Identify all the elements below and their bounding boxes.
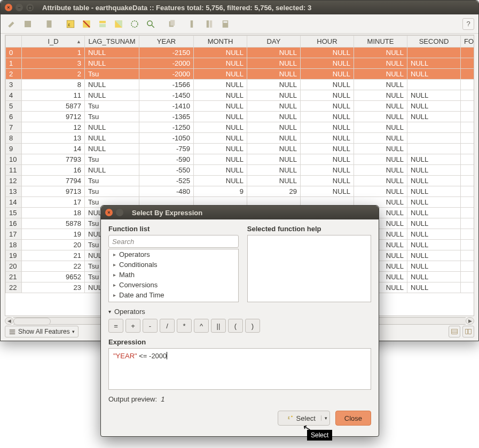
table-row[interactable]: 38NULL-1566NULLNULLNULLNULL [6, 80, 475, 90]
titlebar[interactable]: × – ▢ Attribute table - earthquakeData :… [1, 1, 478, 14]
deselect-all-icon[interactable] [80, 17, 93, 31]
col-minute[interactable]: MINUTE [354, 36, 407, 48]
cell-id[interactable]: 8 [22, 80, 85, 90]
cell-id[interactable]: 2 [22, 69, 85, 80]
cell-id[interactable]: 11 [22, 90, 85, 101]
cell-sec[interactable]: NULL [407, 165, 461, 176]
cell-lag[interactable]: NULL [85, 90, 139, 101]
cell-foc[interactable] [461, 208, 475, 218]
cell-id[interactable]: 19 [22, 229, 85, 240]
cell-sec[interactable]: NULL [407, 229, 461, 240]
cell-min[interactable]: NULL [354, 165, 407, 176]
cell-day[interactable]: NULL [247, 58, 301, 69]
cell-sec[interactable]: NULL [407, 176, 461, 186]
cell-lag[interactable]: NULL [85, 122, 139, 133]
cell-hour[interactable]: NULL [301, 101, 354, 112]
cell-day[interactable]: 29 [247, 186, 301, 197]
cell-hour[interactable]: NULL [301, 58, 354, 69]
cell-hour[interactable]: NULL [301, 133, 354, 144]
cell-min[interactable]: NULL [354, 112, 407, 122]
help-icon[interactable]: ? [462, 18, 474, 30]
row-header[interactable]: 0 [6, 48, 22, 58]
col-foc[interactable]: FOC [461, 36, 475, 48]
cell-day[interactable]: NULL [247, 176, 301, 186]
cell-lag[interactable]: NULL [85, 144, 139, 154]
cell-lag[interactable]: NULL [85, 165, 139, 176]
cell-foc[interactable] [461, 154, 475, 165]
cell-sec[interactable]: NULL [407, 197, 461, 208]
cell-month[interactable]: NULL [194, 80, 247, 90]
cell-day[interactable]: NULL [247, 154, 301, 165]
cell-month[interactable]: NULL [194, 90, 247, 101]
table-header-row[interactable]: I_D▲ LAG_TSUNAM YEAR MONTH DAY HOUR MINU… [6, 36, 475, 48]
cell-hour[interactable]: NULL [301, 80, 354, 90]
function-category[interactable]: Conditionals [109, 260, 238, 270]
cell-id[interactable]: 9712 [22, 112, 85, 122]
cell-foc[interactable] [461, 69, 475, 80]
cell-month[interactable]: NULL [194, 48, 247, 58]
cell-hour[interactable]: NULL [301, 165, 354, 176]
cell-foc[interactable] [461, 261, 475, 272]
cell-day[interactable]: NULL [247, 48, 301, 58]
table-row[interactable]: 22Tsu-2000NULLNULLNULLNULLNULL [6, 69, 475, 80]
table-row[interactable]: 127794Tsu-525NULLNULLNULLNULLNULL [6, 176, 475, 186]
function-category[interactable]: Operators [109, 249, 238, 260]
cell-month[interactable]: NULL [194, 154, 247, 165]
move-selection-top-icon[interactable] [96, 17, 109, 31]
cell-min[interactable]: NULL [354, 58, 407, 69]
function-category[interactable]: Date and Time [109, 290, 238, 300]
cell-foc[interactable] [461, 122, 475, 133]
cell-hour[interactable]: NULL [301, 112, 354, 122]
chevron-down-icon[interactable]: ▾ [321, 415, 327, 421]
scroll-right-icon[interactable]: ▶ [466, 317, 474, 325]
cell-id[interactable]: 9713 [22, 186, 85, 197]
cell-sec[interactable]: NULL [407, 154, 461, 165]
close-icon[interactable]: × [5, 4, 12, 11]
cell-sec[interactable]: NULL [407, 240, 461, 250]
operators-section-header[interactable]: Operators [108, 308, 371, 316]
cell-foc[interactable] [461, 144, 475, 154]
cell-min[interactable]: NULL [354, 154, 407, 165]
row-header[interactable]: 15 [6, 208, 22, 218]
cell-id[interactable]: 1 [22, 48, 85, 58]
search-input[interactable]: Search [108, 235, 239, 248]
delete-selected-icon[interactable] [42, 17, 56, 31]
cell-foc[interactable] [461, 250, 475, 261]
cell-day[interactable]: NULL [247, 133, 301, 144]
cell-sec[interactable] [407, 80, 461, 90]
operator-button[interactable]: + [125, 319, 140, 333]
cell-year[interactable]: -480 [139, 186, 194, 197]
cell-min[interactable]: NULL [354, 101, 407, 112]
table-row[interactable]: 411NULL-1450NULLNULLNULLNULLNULL [6, 90, 475, 101]
operator-button[interactable]: - [143, 319, 158, 333]
cell-min[interactable]: NULL [354, 48, 407, 58]
cell-id[interactable]: 18 [22, 208, 85, 218]
cell-id[interactable]: 5877 [22, 101, 85, 112]
cell-sec[interactable]: NULL [407, 208, 461, 218]
maximize-icon[interactable]: ▢ [26, 4, 34, 11]
table-row[interactable]: 813NULL-1050NULLNULLNULLNULL [6, 133, 475, 144]
minimize-icon[interactable] [116, 209, 123, 216]
cell-min[interactable]: NULL [354, 90, 407, 101]
cell-year[interactable]: -1250 [139, 122, 194, 133]
col-day[interactable]: DAY [247, 36, 301, 48]
cell-sec[interactable]: NULL [407, 58, 461, 69]
row-header[interactable]: 5 [6, 101, 22, 112]
close-button[interactable]: Close [335, 411, 371, 426]
cell-id[interactable]: 20 [22, 240, 85, 250]
cell-id[interactable]: 16 [22, 165, 85, 176]
cell-foc[interactable] [461, 58, 475, 69]
cell-id[interactable]: 23 [22, 282, 85, 293]
cell-id[interactable]: 12 [22, 122, 85, 133]
table-row[interactable]: 914NULL-759NULLNULLNULLNULL [6, 144, 475, 154]
row-header[interactable]: 3 [6, 80, 22, 90]
cell-month[interactable]: NULL [194, 165, 247, 176]
cell-id[interactable]: 3 [22, 58, 85, 69]
cell-sec[interactable]: NULL [407, 101, 461, 112]
col-hour[interactable]: HOUR [301, 36, 354, 48]
cell-foc[interactable] [461, 240, 475, 250]
table-row[interactable]: 13NULL-2000NULLNULLNULLNULLNULL [6, 58, 475, 69]
show-all-features-button[interactable]: Show All Features ▾ [5, 326, 78, 337]
cell-hour[interactable]: NULL [301, 90, 354, 101]
cell-lag[interactable]: NULL [85, 48, 139, 58]
